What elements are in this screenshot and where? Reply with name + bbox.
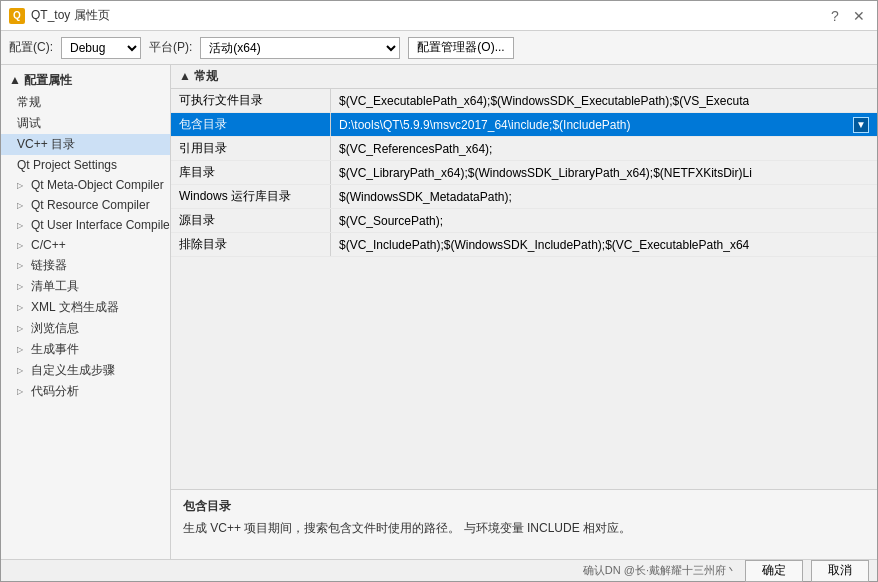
content-area: ▲ 配置属性 常规 调试 VC++ 目录 Qt Project Settings… bbox=[1, 65, 877, 559]
prop-name-ref: 引用目录 bbox=[171, 137, 331, 160]
prop-name-exec: 可执行文件目录 bbox=[171, 89, 331, 112]
prop-name-winrt: Windows 运行库目录 bbox=[171, 185, 331, 208]
table-row[interactable]: 可执行文件目录 $(VC_ExecutablePath_x64);$(Windo… bbox=[171, 89, 877, 113]
arrow-icon: ▷ bbox=[17, 241, 27, 250]
table-row-selected[interactable]: 包含目录 D:\tools\QT\5.9.9\msvc2017_64\inclu… bbox=[171, 113, 877, 137]
prop-value-exclude: $(VC_IncludePath);$(WindowsSDK_IncludePa… bbox=[331, 233, 877, 256]
prop-value-exec: $(VC_ExecutablePath_x64);$(WindowsSDK_Ex… bbox=[331, 89, 877, 112]
prop-value-source: $(VC_SourcePath); bbox=[331, 209, 877, 232]
prop-name-exclude: 排除目录 bbox=[171, 233, 331, 256]
sidebar-item-general[interactable]: 常规 bbox=[1, 92, 170, 113]
arrow-icon: ▷ bbox=[17, 345, 27, 354]
sidebar-item-build-events[interactable]: ▷ 生成事件 bbox=[1, 339, 170, 360]
table-row[interactable]: 库目录 $(VC_LibraryPath_x64);$(WindowsSDK_L… bbox=[171, 161, 877, 185]
prop-name-include: 包含目录 bbox=[171, 113, 331, 136]
sidebar-item-custom-steps[interactable]: ▷ 自定义生成步骤 bbox=[1, 360, 170, 381]
arrow-icon: ▷ bbox=[17, 366, 27, 375]
arrow-icon: ▷ bbox=[17, 303, 27, 312]
sidebar-item-qt-resource[interactable]: ▷ Qt Resource Compiler bbox=[1, 195, 170, 215]
property-area: ▲ 常规 可执行文件目录 $(VC_ExecutablePath_x64);$(… bbox=[171, 65, 877, 489]
cancel-button[interactable]: 取消 bbox=[811, 560, 869, 582]
sidebar-item-linker[interactable]: ▷ 链接器 bbox=[1, 255, 170, 276]
arrow-icon: ▷ bbox=[17, 221, 27, 230]
prop-value-winrt: $(WindowsSDK_MetadataPath); bbox=[331, 185, 877, 208]
sidebar-item-manifest[interactable]: ▷ 清单工具 bbox=[1, 276, 170, 297]
sidebar: ▲ 配置属性 常规 调试 VC++ 目录 Qt Project Settings… bbox=[1, 65, 171, 559]
title-bar: Q QT_toy 属性页 ? ✕ bbox=[1, 1, 877, 31]
table-row[interactable]: 排除目录 $(VC_IncludePath);$(WindowsSDK_Incl… bbox=[171, 233, 877, 257]
status-bar: 确认DN @长·戴解耀十三州府丶 确定 取消 bbox=[1, 559, 877, 581]
sidebar-item-browse[interactable]: ▷ 浏览信息 bbox=[1, 318, 170, 339]
help-button[interactable]: ? bbox=[825, 6, 845, 26]
table-row[interactable]: Windows 运行库目录 $(WindowsSDK_MetadataPath)… bbox=[171, 185, 877, 209]
arrow-icon: ▷ bbox=[17, 181, 27, 190]
table-row[interactable]: 引用目录 $(VC_ReferencesPath_x64); bbox=[171, 137, 877, 161]
sidebar-item-xml[interactable]: ▷ XML 文档生成器 bbox=[1, 297, 170, 318]
arrow-icon: ▷ bbox=[17, 282, 27, 291]
sidebar-item-qt-ui[interactable]: ▷ Qt User Interface Compiler bbox=[1, 215, 170, 235]
title-bar-left: Q QT_toy 属性页 bbox=[9, 7, 110, 24]
watermark-text: 确认DN @长·戴解耀十三州府丶 bbox=[583, 563, 737, 578]
section-header: ▲ 常规 bbox=[171, 65, 877, 89]
description-title: 包含目录 bbox=[183, 498, 865, 515]
right-panel: ▲ 常规 可执行文件目录 $(VC_ExecutablePath_x64);$(… bbox=[171, 65, 877, 559]
config-select[interactable]: Debug bbox=[61, 37, 141, 59]
arrow-icon: ▷ bbox=[17, 387, 27, 396]
sidebar-item-qt-meta[interactable]: ▷ Qt Meta-Object Compiler bbox=[1, 175, 170, 195]
arrow-icon: ▷ bbox=[17, 201, 27, 210]
sidebar-item-cpp[interactable]: ▷ C/C++ bbox=[1, 235, 170, 255]
app-icon: Q bbox=[9, 8, 25, 24]
platform-select[interactable]: 活动(x64) bbox=[200, 37, 400, 59]
window-title: QT_toy 属性页 bbox=[31, 7, 110, 24]
include-path-edit-button[interactable]: ▼ bbox=[853, 117, 869, 133]
description-area: 包含目录 生成 VC++ 项目期间，搜索包含文件时使用的路径。 与环境变量 IN… bbox=[171, 489, 877, 559]
ok-button[interactable]: 确定 bbox=[745, 560, 803, 582]
prop-value-ref: $(VC_ReferencesPath_x64); bbox=[331, 137, 877, 160]
arrow-icon: ▷ bbox=[17, 324, 27, 333]
title-bar-controls: ? ✕ bbox=[825, 6, 869, 26]
close-button[interactable]: ✕ bbox=[849, 6, 869, 26]
platform-label: 平台(P): bbox=[149, 39, 192, 56]
prop-name-lib: 库目录 bbox=[171, 161, 331, 184]
sidebar-item-vc-dirs[interactable]: VC++ 目录 bbox=[1, 134, 170, 155]
table-row[interactable]: 源目录 $(VC_SourcePath); bbox=[171, 209, 877, 233]
sidebar-item-debug[interactable]: 调试 bbox=[1, 113, 170, 134]
config-label: 配置(C): bbox=[9, 39, 53, 56]
section-label: ▲ 常规 bbox=[179, 68, 218, 85]
description-text: 生成 VC++ 项目期间，搜索包含文件时使用的路径。 与环境变量 INCLUDE… bbox=[183, 519, 865, 537]
sidebar-item-qt-project[interactable]: Qt Project Settings bbox=[1, 155, 170, 175]
prop-value-include: D:\tools\QT\5.9.9\msvc2017_64\include;$(… bbox=[331, 113, 877, 136]
toolbar: 配置(C): Debug 平台(P): 活动(x64) 配置管理器(O)... bbox=[1, 31, 877, 65]
sidebar-item-code-analysis[interactable]: ▷ 代码分析 bbox=[1, 381, 170, 402]
config-manager-button[interactable]: 配置管理器(O)... bbox=[408, 37, 513, 59]
arrow-icon: ▷ bbox=[17, 261, 27, 270]
prop-name-source: 源目录 bbox=[171, 209, 331, 232]
config-properties-header: ▲ 配置属性 bbox=[1, 69, 170, 92]
prop-value-lib: $(VC_LibraryPath_x64);$(WindowsSDK_Libra… bbox=[331, 161, 877, 184]
main-window: Q QT_toy 属性页 ? ✕ 配置(C): Debug 平台(P): 活动(… bbox=[0, 0, 878, 582]
